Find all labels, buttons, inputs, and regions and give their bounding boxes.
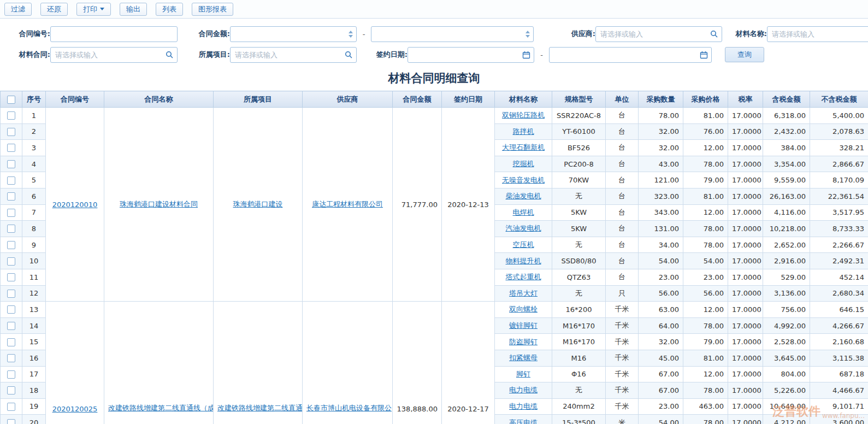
filter-button[interactable]: 过滤 bbox=[4, 3, 32, 16]
sign-date-end-input bbox=[549, 47, 712, 63]
unit-cell: 台 bbox=[606, 253, 639, 269]
material-link[interactable]: 防盗脚钉 bbox=[509, 338, 538, 346]
row-number: 8 bbox=[22, 221, 46, 237]
supplier-search-icon[interactable] bbox=[710, 30, 718, 38]
table-row: 12020120010珠海鹤港口建设材料合同珠海鹤港口建设康达工程材料有限公司7… bbox=[1, 108, 868, 124]
no-tax-amount-cell: 2,866.67 bbox=[810, 156, 868, 172]
row-checkbox[interactable] bbox=[7, 192, 15, 201]
material-link[interactable]: 柴油发电机 bbox=[506, 192, 541, 200]
amount-min-spinner[interactable] bbox=[346, 31, 353, 38]
row-number: 6 bbox=[22, 188, 46, 204]
row-number: 1 bbox=[22, 108, 46, 124]
row-checkbox[interactable] bbox=[7, 419, 15, 424]
list-view-button[interactable]: 列表 bbox=[156, 3, 183, 16]
qty-cell: 78.00 bbox=[639, 108, 683, 124]
material-link[interactable]: 电力电缆 bbox=[509, 402, 538, 410]
row-checkbox[interactable] bbox=[7, 403, 15, 411]
material-link[interactable]: 空压机 bbox=[513, 240, 534, 249]
supplier-link[interactable]: 康达工程材料有限公司 bbox=[312, 200, 383, 208]
graph-report-button[interactable]: 图形报表 bbox=[192, 3, 233, 16]
material-link[interactable]: 双钢轮压路机 bbox=[502, 111, 545, 119]
tax-amount-cell: 3,354.00 bbox=[763, 156, 810, 172]
material-link[interactable]: 塔吊大灯 bbox=[509, 289, 538, 297]
row-checkbox[interactable] bbox=[7, 111, 15, 120]
supplier-link[interactable]: 长春市博山机电设备有限公 bbox=[306, 404, 392, 412]
query-button[interactable]: 查询 bbox=[725, 47, 764, 62]
contract-amount-min-field[interactable] bbox=[234, 26, 346, 42]
material-link[interactable]: 双向螺栓 bbox=[509, 305, 538, 313]
row-number: 20 bbox=[22, 415, 46, 424]
material-link[interactable]: 路拌机 bbox=[513, 127, 534, 136]
material-link[interactable]: 电焊机 bbox=[513, 208, 534, 216]
row-checkbox[interactable] bbox=[7, 128, 15, 136]
contract-name-link[interactable]: 珠海鹤港口建设材料合同 bbox=[120, 200, 198, 208]
qty-cell: 23.00 bbox=[639, 398, 683, 415]
price-cell: 12.00 bbox=[683, 302, 728, 318]
material-link[interactable]: 脚钉 bbox=[516, 370, 530, 378]
contract-no-field[interactable] bbox=[54, 26, 174, 42]
table-header-row: 序号 合同编号 合同名称 所属项目 供应商 合同金额 签约日期 材料名称 规格型… bbox=[1, 91, 868, 108]
select-all-checkbox[interactable] bbox=[7, 96, 15, 104]
restore-button[interactable]: 还原 bbox=[40, 3, 68, 16]
tax-amount-cell: 6,318.00 bbox=[763, 108, 810, 124]
no-tax-amount-cell: 646.15 bbox=[810, 302, 868, 318]
row-checkbox[interactable] bbox=[7, 209, 15, 217]
material-link[interactable]: 电力电缆 bbox=[509, 386, 538, 394]
row-checkbox[interactable] bbox=[7, 305, 15, 314]
project-field[interactable] bbox=[234, 47, 345, 63]
row-checkbox[interactable] bbox=[7, 354, 15, 362]
material-link[interactable]: 镀锌脚钉 bbox=[509, 321, 538, 329]
row-checkbox[interactable] bbox=[7, 160, 15, 168]
export-button[interactable]: 输出 bbox=[120, 3, 147, 16]
material-link[interactable]: 挖掘机 bbox=[513, 160, 534, 168]
row-checkbox[interactable] bbox=[7, 290, 15, 298]
amount-max-spinner[interactable] bbox=[523, 31, 530, 38]
spec-cell: 15-3*500 bbox=[552, 415, 606, 424]
material-link[interactable]: 塔式起重机 bbox=[506, 273, 541, 281]
row-checkbox[interactable] bbox=[7, 257, 15, 266]
material-name-field[interactable] bbox=[771, 26, 868, 42]
price-cell: 12.00 bbox=[683, 140, 728, 156]
sign-date-start-field[interactable] bbox=[411, 47, 522, 63]
project-link[interactable]: 改建铁路线增建第二线直通 bbox=[217, 404, 303, 412]
material-link[interactable]: 高压电缆 bbox=[509, 419, 538, 424]
material-link[interactable]: 大理石翻新机 bbox=[502, 143, 545, 151]
material-link[interactable]: 汽油发电机 bbox=[506, 224, 541, 232]
row-number: 16 bbox=[22, 350, 46, 366]
project-link[interactable]: 珠海鹤港口建设 bbox=[233, 200, 283, 208]
material-contract-search-icon[interactable] bbox=[166, 51, 174, 59]
material-cell: 双钢轮压路机 bbox=[495, 108, 552, 124]
row-checkbox[interactable] bbox=[7, 273, 15, 281]
row-checkbox[interactable] bbox=[7, 225, 15, 233]
material-cell: 大理石翻新机 bbox=[495, 140, 552, 156]
material-link[interactable]: 无噪音发电机 bbox=[502, 176, 545, 184]
contract-no-link[interactable]: 2020120010 bbox=[52, 201, 98, 209]
tax-amount-cell: 3,645.00 bbox=[763, 350, 810, 366]
supplier-field[interactable] bbox=[599, 26, 710, 42]
qty-cell: 343.00 bbox=[639, 204, 683, 221]
row-number: 18 bbox=[22, 382, 46, 399]
project-search-icon[interactable] bbox=[345, 51, 353, 59]
contract-amount-max-field[interactable] bbox=[375, 26, 523, 42]
sign-date-end-field[interactable] bbox=[553, 47, 700, 63]
row-checkbox[interactable] bbox=[7, 144, 15, 152]
print-button[interactable]: 打印 bbox=[76, 3, 111, 16]
row-checkbox[interactable] bbox=[7, 322, 15, 330]
material-link[interactable]: 物料提升机 bbox=[506, 257, 541, 265]
row-checkbox[interactable] bbox=[7, 386, 15, 394]
row-checkbox[interactable] bbox=[7, 176, 15, 185]
row-checkbox[interactable] bbox=[7, 338, 15, 346]
contract-name-link[interactable]: 改建铁路线增建第二线直通线（成 bbox=[108, 404, 214, 412]
price-cell: 56.00 bbox=[683, 285, 728, 302]
calendar-icon[interactable] bbox=[522, 51, 530, 59]
unit-cell: 千米 bbox=[606, 398, 639, 415]
material-contract-field[interactable] bbox=[54, 47, 166, 63]
material-cell: 镀锌脚钉 bbox=[495, 317, 552, 334]
tax-rate-cell: 17.0000 bbox=[728, 237, 763, 253]
material-link[interactable]: 扣紧螺母 bbox=[509, 354, 538, 362]
qty-cell: 67.00 bbox=[639, 382, 683, 399]
contract-no-link[interactable]: 2020120025 bbox=[52, 405, 98, 413]
row-checkbox[interactable] bbox=[7, 370, 15, 379]
row-checkbox[interactable] bbox=[7, 241, 15, 249]
calendar-icon[interactable] bbox=[700, 51, 708, 59]
